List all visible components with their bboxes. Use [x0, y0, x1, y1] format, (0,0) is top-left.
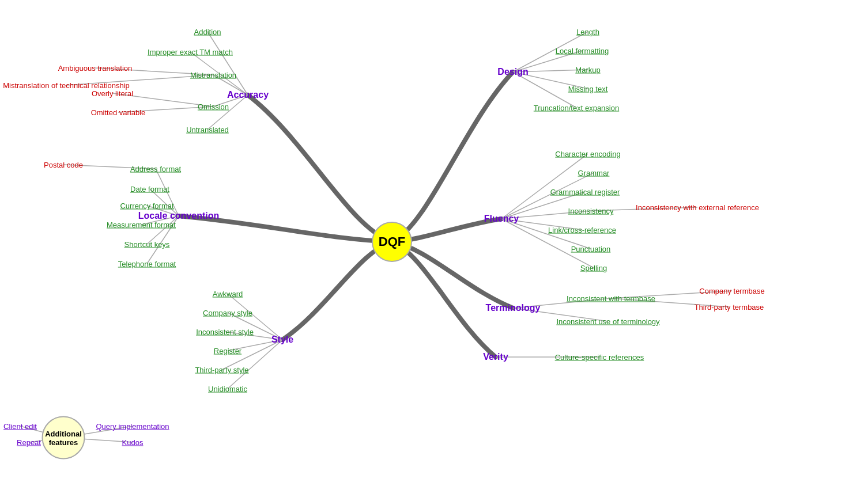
node-label: Markup: [575, 66, 600, 74]
node-label: Address format: [130, 165, 181, 173]
node-label: Postal code: [44, 161, 83, 169]
node-label: Company style: [203, 309, 252, 317]
node-label: Company termbase: [699, 287, 764, 295]
node-label: Punctuation: [571, 245, 611, 253]
node-label: Design: [497, 67, 528, 77]
node-label: Terminology: [486, 303, 541, 313]
node-label: Shortcut keys: [124, 240, 170, 249]
node-label: Omitted variable: [91, 108, 146, 117]
node-label: Verity: [483, 352, 508, 362]
node-label: Inconsistency: [568, 207, 614, 215]
node-label: Truncation/text expansion: [534, 104, 619, 112]
circle-node: DQF: [372, 222, 412, 262]
node-label: Accuracy: [227, 90, 269, 100]
svg-line-8: [207, 95, 248, 130]
node-label: Inconsistent style: [196, 328, 254, 336]
node-label: Grammar: [578, 169, 610, 177]
node-label: Local formatting: [556, 47, 609, 55]
node-label: Repeat: [17, 438, 41, 447]
node-label: Kudos: [122, 438, 144, 447]
node-label: Addition: [194, 28, 221, 36]
node-label: Spelling: [580, 264, 607, 272]
node-label: Mistranslation of technical relationship: [3, 81, 130, 90]
node-label: Culture-specific references: [555, 353, 644, 362]
node-label: Unidiomatic: [208, 385, 247, 393]
node-label: Length: [576, 28, 599, 36]
mindmap-container: DQFAccuracyLocale conventionStyleDesignF…: [0, 0, 868, 486]
node-label: Link/cross-reference: [548, 226, 616, 234]
node-label: Fluency: [484, 214, 519, 224]
node-label: Missing text: [568, 85, 608, 93]
node-label: Date format: [130, 185, 169, 193]
node-label: Character encoding: [555, 150, 620, 158]
node-label: Register: [214, 347, 241, 355]
node-label: Telephone format: [118, 260, 176, 268]
node-label: Style: [271, 335, 293, 345]
node-label: Improper exact TM match: [148, 48, 233, 56]
node-label: Third-party style: [195, 366, 248, 374]
node-label: Query implementation: [96, 422, 169, 431]
node-label: Locale convention: [138, 211, 219, 221]
node-label: Inconsistency with external reference: [636, 203, 759, 212]
svg-line-0: [207, 32, 248, 95]
node-label: Inconsistent with termbase: [567, 294, 655, 303]
node-label: Ambiguous translation: [58, 64, 133, 73]
node-label: Client edit: [3, 422, 37, 431]
circle-node: Additionalfeatures: [42, 416, 85, 460]
node-label: Awkward: [213, 290, 243, 298]
node-label: Overly literal: [92, 89, 133, 98]
node-label: Omission: [198, 102, 229, 111]
node-label: Untranslated: [186, 126, 229, 134]
node-label: Currency format: [120, 202, 173, 210]
svg-line-26: [513, 72, 576, 108]
node-label: Grammatical register: [550, 188, 620, 196]
node-label: Measurement format: [107, 221, 176, 229]
node-label: Third-party termbase: [695, 303, 764, 312]
node-label: Inconsistent use of terminology: [556, 317, 659, 326]
node-label: Mistranslation: [190, 71, 236, 79]
